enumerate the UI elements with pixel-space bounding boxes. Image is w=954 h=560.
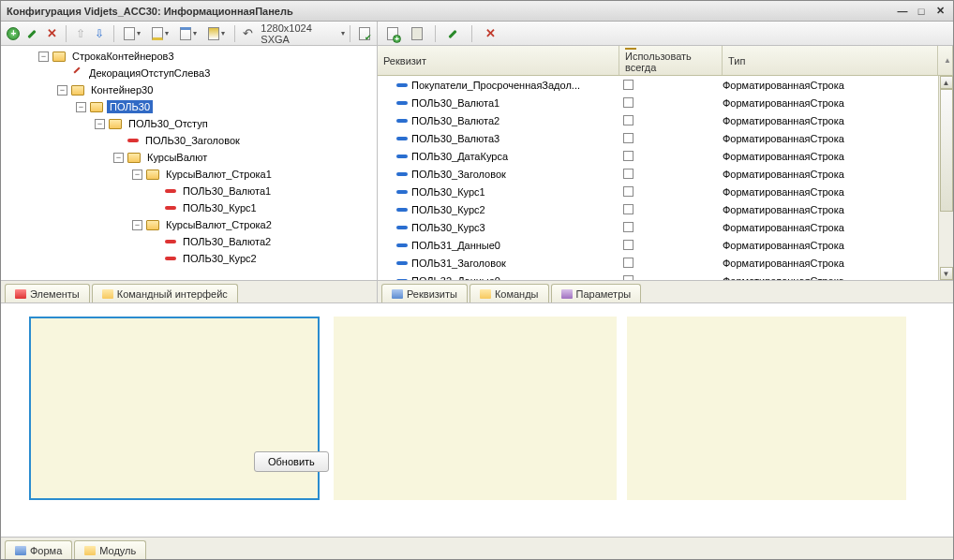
use-always-checkbox[interactable] xyxy=(623,240,634,250)
tree-item[interactable]: −Контейнер30 xyxy=(1,81,377,98)
element-tree[interactable]: −СтрокаКонтейнеров3ДекорацияОтступСлева3… xyxy=(1,46,377,280)
preview-canvas[interactable]: Обновить xyxy=(1,303,953,537)
attribute-icon xyxy=(396,137,408,140)
maximize-button[interactable]: □ xyxy=(914,5,929,18)
use-always-checkbox[interactable] xyxy=(623,151,634,161)
preview-panel-selected[interactable]: Обновить xyxy=(29,317,320,500)
attribute-icon xyxy=(396,83,408,87)
tree-item[interactable]: ПОЛЬ30_Курс2 xyxy=(1,250,377,267)
tab-requisites[interactable]: Реквизиты xyxy=(381,284,468,302)
collapse-icon[interactable]: − xyxy=(38,52,49,62)
table-row[interactable]: ПОЛЬ30_ДатаКурсаФорматированнаяСтрока xyxy=(378,147,953,165)
move-up-button[interactable]: ⇧ xyxy=(71,24,89,43)
tree-item[interactable]: −ПОЛЬ30 xyxy=(1,98,377,115)
use-always-checkbox[interactable] xyxy=(623,258,634,268)
table-row[interactable]: ПОЛЬ31_Данные0ФорматированнаяСтрока xyxy=(378,236,953,254)
move-down-button[interactable]: ⇩ xyxy=(91,24,109,43)
preview-panel-3[interactable] xyxy=(627,317,906,500)
table-row[interactable]: ПОЛЬ30_Валюта1ФорматированнаяСтрока xyxy=(378,94,953,111)
table-row[interactable]: ПОЛЬ30_Валюта2ФорматированнаяСтрока xyxy=(378,111,953,129)
add-attr-button[interactable]: + xyxy=(383,24,402,43)
edit-attr-button[interactable] xyxy=(444,24,463,43)
use-always-checkbox[interactable] xyxy=(623,115,634,125)
col-label: Тип xyxy=(728,55,745,66)
update-button[interactable]: Обновить xyxy=(254,451,329,472)
use-always-checkbox[interactable] xyxy=(623,169,634,179)
use-always-checkbox[interactable] xyxy=(623,97,634,108)
tree-item[interactable]: ДекорацияОтступСлева3 xyxy=(1,65,377,81)
delete-attr-button[interactable]: ✕ xyxy=(481,24,499,43)
use-always-checkbox[interactable] xyxy=(623,204,634,214)
table-row[interactable]: ПОЛЬ30_ЗаголовокФорматированнаяСтрока xyxy=(378,165,953,183)
tree-item[interactable]: ПОЛЬ30_Валюта2 xyxy=(1,233,377,250)
collapse-icon[interactable]: − xyxy=(76,102,86,112)
tree-item[interactable]: ПОЛЬ30_Заголовок xyxy=(1,132,377,149)
col-header-requisite[interactable]: Реквизит xyxy=(378,46,619,75)
scroll-thumb[interactable] xyxy=(940,89,953,212)
use-always-checkbox[interactable] xyxy=(623,186,634,197)
use-always-checkbox[interactable] xyxy=(623,133,634,143)
tree-item[interactable]: −СтрокаКонтейнеров3 xyxy=(1,48,377,65)
preview-panel-2[interactable] xyxy=(334,317,617,500)
tree-item[interactable]: −КурсыВалют xyxy=(1,149,377,166)
right-tabs: Реквизиты Команды Параметры xyxy=(378,280,953,302)
resolution-label[interactable]: 1280x1024 SXGA xyxy=(259,22,339,45)
tab-commands[interactable]: Команды xyxy=(470,284,549,302)
table-row[interactable]: ПОЛЬ31_ЗаголовокФорматированнаяСтрока xyxy=(378,254,953,272)
delete-button[interactable]: ✕ xyxy=(44,24,62,43)
col-header-use-always[interactable]: Использовать всегда xyxy=(619,46,723,75)
scroll-up-button[interactable]: ▲ xyxy=(940,76,953,89)
table-row[interactable]: ПОЛЬ30_Курс3ФорматированнаяСтрока xyxy=(378,218,953,236)
minimize-button[interactable]: — xyxy=(895,5,910,18)
form-icon xyxy=(15,546,26,555)
tree-item[interactable]: −КурсыВалют_Строка1 xyxy=(1,166,377,183)
table-row[interactable]: ПОЛЬ30_Курс2ФорматированнаяСтрока xyxy=(378,200,953,218)
folder-icon xyxy=(146,220,159,230)
tab-elements[interactable]: Элементы xyxy=(5,284,90,302)
use-always-checkbox[interactable] xyxy=(623,222,634,232)
tree-item[interactable]: −КурсыВалют_Строка2 xyxy=(1,216,377,233)
collapse-icon[interactable]: − xyxy=(57,85,67,96)
scroll-down-button[interactable]: ▼ xyxy=(940,267,953,280)
separator xyxy=(435,25,436,42)
table-row[interactable]: Покупатели_ПросроченнаяЗадол...Форматиро… xyxy=(378,76,953,94)
expander-placeholder xyxy=(151,186,161,197)
collapse-icon[interactable]: − xyxy=(113,153,124,163)
tab-module[interactable]: Модуль xyxy=(74,540,146,559)
sheet-dropdown-3[interactable]: ▾ xyxy=(175,24,201,43)
attribute-icon xyxy=(396,101,408,105)
sheet-dropdown-1[interactable]: ▾ xyxy=(119,24,145,43)
table-row[interactable]: ПОЛЬ30_Курс1ФорматированнаяСтрока xyxy=(378,183,953,200)
add-col-button[interactable] xyxy=(408,24,426,43)
bottom-tabs: Форма Модуль xyxy=(1,537,953,559)
requisites-icon xyxy=(392,289,403,299)
use-always-checkbox[interactable] xyxy=(623,80,634,90)
collapse-icon[interactable]: − xyxy=(132,220,142,230)
attribute-icon xyxy=(396,208,408,212)
table-row[interactable]: ПОЛЬ32_Данные0ФорматированнаяСтрока xyxy=(378,272,953,280)
tree-item[interactable]: −ПОЛЬ30_Отступ xyxy=(1,115,377,132)
collapse-icon[interactable]: − xyxy=(132,169,142,180)
collapse-icon[interactable]: − xyxy=(95,119,105,129)
attribute-name: Покупатели_ПросроченнаяЗадол... xyxy=(411,80,580,91)
tab-parameters[interactable]: Параметры xyxy=(551,284,642,302)
use-always-checkbox[interactable] xyxy=(623,275,634,280)
resolution-dropdown-icon[interactable]: ▾ xyxy=(341,29,345,37)
tree-item[interactable]: ПОЛЬ30_Курс1 xyxy=(1,199,377,216)
check-button[interactable]: ✔ xyxy=(355,24,373,43)
tree-item[interactable]: ПОЛЬ30_Валюта1 xyxy=(1,183,377,199)
tab-command-interface[interactable]: Командный интерфейс xyxy=(92,284,238,302)
add-button[interactable]: + xyxy=(5,24,22,43)
tab-form[interactable]: Форма xyxy=(5,540,72,559)
sheet-dropdown-4[interactable]: ▾ xyxy=(203,24,230,43)
edit-button[interactable] xyxy=(24,24,42,43)
sheet-dropdown-2[interactable]: ▾ xyxy=(147,24,173,43)
table-row[interactable]: ПОЛЬ30_Валюта3ФорматированнаяСтрока xyxy=(378,129,953,147)
vertical-scrollbar[interactable]: ▲ ▼ xyxy=(938,76,953,280)
attribute-type: ФорматированнаяСтрока xyxy=(723,186,938,198)
undo-button[interactable]: ↶ xyxy=(240,24,258,43)
folder-icon xyxy=(52,52,66,62)
close-button[interactable]: ✕ xyxy=(932,5,947,18)
grid-body[interactable]: Покупатели_ПросроченнаяЗадол...Форматиро… xyxy=(378,76,953,280)
col-header-type[interactable]: Тип xyxy=(723,46,938,75)
